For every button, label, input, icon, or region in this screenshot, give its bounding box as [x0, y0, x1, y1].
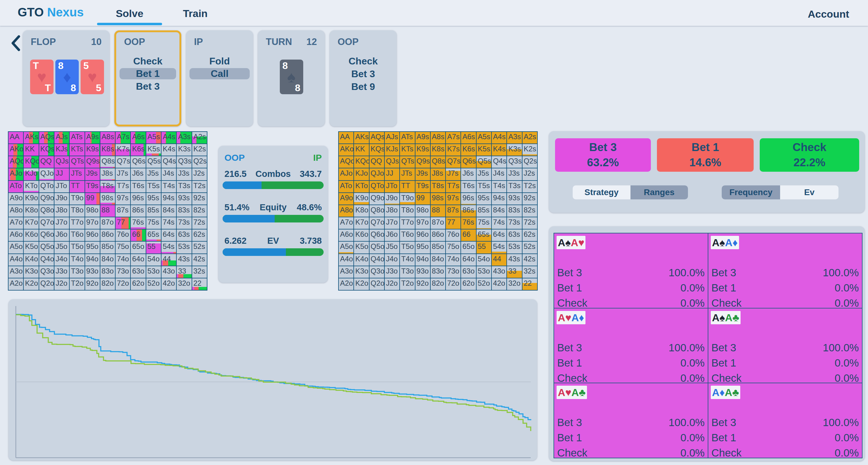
- hand-cell-A5o[interactable]: A5o: [339, 242, 353, 253]
- hand-cell-74s[interactable]: 74s: [161, 217, 176, 229]
- hand-cell-92s[interactable]: 92s: [192, 193, 207, 204]
- hand-cell-J5s[interactable]: J5s: [476, 168, 491, 180]
- tab-solve[interactable]: Solve: [96, 0, 163, 26]
- hand-cell-85s[interactable]: 85s: [476, 205, 491, 217]
- hand-cell-93o[interactable]: 93o: [415, 266, 430, 278]
- hand-cell-A6o[interactable]: A6o: [339, 229, 353, 241]
- hand-cell-52o[interactable]: 52o: [476, 278, 491, 290]
- hand-cell-A9s[interactable]: A9s: [85, 132, 100, 143]
- hand-cell-A2s[interactable]: A2s: [523, 132, 537, 143]
- hand-cell-K4s[interactable]: K4s: [161, 144, 176, 156]
- hand-cell-Q5s[interactable]: Q5s: [476, 156, 491, 168]
- hand-cell-87s[interactable]: 87s: [116, 205, 130, 217]
- hand-cell-98s[interactable]: 98s: [100, 193, 115, 204]
- history-action-bet-1[interactable]: Bet 1: [120, 68, 176, 79]
- hand-cell-A5o[interactable]: A5o: [8, 242, 23, 253]
- history-action-check[interactable]: Check: [333, 55, 393, 67]
- hand-cell-A3s[interactable]: A3s: [507, 132, 522, 143]
- hand-cell-KQo[interactable]: KQo: [354, 156, 369, 168]
- hand-cell-T9s[interactable]: T9s: [415, 181, 430, 192]
- hand-cell-A7s[interactable]: A7s: [446, 132, 461, 143]
- hand-cell-52s[interactable]: 52s: [192, 242, 207, 253]
- hand-cell-A8s[interactable]: A8s: [100, 132, 115, 143]
- hand-cell-A2o[interactable]: A2o: [339, 278, 353, 290]
- hand-cell-85o[interactable]: 85o: [431, 242, 445, 253]
- hand-cell-92o[interactable]: 92o: [85, 278, 100, 290]
- hand-cell-75s[interactable]: 75s: [146, 217, 161, 229]
- hand-cell-Q6o[interactable]: Q6o: [39, 229, 54, 241]
- hand-cell-K6o[interactable]: K6o: [354, 229, 369, 241]
- hand-cell-53o[interactable]: 53o: [146, 266, 161, 278]
- hand-cell-42o[interactable]: 42o: [161, 278, 176, 290]
- hand-cell-A7o[interactable]: A7o: [339, 217, 353, 229]
- hand-cell-62o[interactable]: 62o: [131, 278, 145, 290]
- hand-cell-Q8o[interactable]: Q8o: [39, 205, 54, 217]
- hand-cell-43o[interactable]: 43o: [161, 266, 176, 278]
- hand-cell-73o[interactable]: 73o: [446, 266, 461, 278]
- hand-cell-65s[interactable]: 65s: [476, 229, 491, 241]
- hand-cell-QTs[interactable]: QTs: [400, 156, 414, 168]
- hand-cell-A6s[interactable]: A6s: [461, 132, 476, 143]
- hand-cell-93s[interactable]: 93s: [507, 193, 522, 204]
- hand-cell-83s[interactable]: 83s: [177, 205, 191, 217]
- hand-cell-Q9s[interactable]: Q9s: [85, 156, 100, 168]
- hand-cell-A4s[interactable]: A4s: [492, 132, 506, 143]
- hand-cell-KQs[interactable]: KQs: [39, 144, 54, 156]
- hand-cell-Q2s[interactable]: Q2s: [192, 156, 207, 168]
- hand-cell-KTs[interactable]: KTs: [70, 144, 84, 156]
- hand-cell-65o[interactable]: 65o: [461, 242, 476, 253]
- hand-cell-Q3o[interactable]: Q3o: [370, 266, 384, 278]
- hand-cell-K9s[interactable]: K9s: [85, 144, 100, 156]
- hand-cell-Q6s[interactable]: Q6s: [131, 156, 145, 168]
- history-node-turn-3[interactable]: TURN128♠8: [258, 30, 325, 126]
- hand-cell-J7s[interactable]: J7s: [446, 168, 461, 180]
- hand-cell-T4o[interactable]: T4o: [70, 254, 84, 266]
- hand-cell-76o[interactable]: 76o: [116, 229, 130, 241]
- hand-cell-98o[interactable]: 98o: [415, 205, 430, 217]
- hand-cell-A6s[interactable]: A6s: [131, 132, 145, 143]
- hand-cell-QTo[interactable]: QTo: [370, 181, 384, 192]
- hand-cell-43s[interactable]: 43s: [177, 254, 191, 266]
- hand-cell-J4o[interactable]: J4o: [385, 254, 399, 266]
- hand-cell-A7o[interactable]: A7o: [8, 217, 23, 229]
- hand-cell-22[interactable]: 22: [192, 278, 207, 290]
- hand-cell-K4o[interactable]: K4o: [354, 254, 369, 266]
- hand-cell-JTo[interactable]: JTo: [55, 181, 69, 192]
- hand-cell-T5s[interactable]: T5s: [146, 181, 161, 192]
- hand-cell-T6s[interactable]: T6s: [461, 181, 476, 192]
- hand-cell-QJs[interactable]: QJs: [55, 156, 69, 168]
- hand-cell-K5s[interactable]: K5s: [146, 144, 161, 156]
- hand-cell-A3s[interactable]: A3s: [177, 132, 191, 143]
- hand-cell-54o[interactable]: 54o: [476, 254, 491, 266]
- hand-cell-32o[interactable]: 32o: [507, 278, 522, 290]
- hand-cell-86s[interactable]: 86s: [131, 205, 145, 217]
- hand-cell-J3s[interactable]: J3s: [507, 168, 522, 180]
- history-action-call[interactable]: Call: [189, 68, 250, 79]
- hand-cell-K3s[interactable]: K3s: [177, 144, 191, 156]
- hand-cell-32o[interactable]: 32o: [177, 278, 191, 290]
- hand-cell-J6o[interactable]: J6o: [55, 229, 69, 241]
- hand-cell-T8o[interactable]: T8o: [400, 205, 414, 217]
- hand-cell-T8s[interactable]: T8s: [100, 181, 115, 192]
- hand-cell-96s[interactable]: 96s: [131, 193, 145, 204]
- hand-cell-33[interactable]: 33: [177, 266, 191, 278]
- hand-cell-Q5o[interactable]: Q5o: [370, 242, 384, 253]
- hand-cell-97s[interactable]: 97s: [446, 193, 461, 204]
- history-node-flop-0[interactable]: FLOP10T♥T8♦85♥5: [23, 30, 110, 126]
- hand-cell-T2o[interactable]: T2o: [400, 278, 414, 290]
- hand-cell-Q8s[interactable]: Q8s: [100, 156, 115, 168]
- tab-train[interactable]: Train: [161, 0, 229, 26]
- hand-cell-85o[interactable]: 85o: [100, 242, 115, 253]
- hand-cell-55[interactable]: 55: [476, 242, 491, 253]
- hand-cell-AA[interactable]: AA: [339, 132, 353, 143]
- hand-cell-ATo[interactable]: ATo: [8, 181, 23, 192]
- hand-cell-52o[interactable]: 52o: [146, 278, 161, 290]
- hand-cell-A8s[interactable]: A8s: [431, 132, 445, 143]
- hand-cell-J3s[interactable]: J3s: [177, 168, 191, 180]
- hand-cell-K2s[interactable]: K2s: [523, 144, 537, 156]
- hand-cell-Q2o[interactable]: Q2o: [39, 278, 54, 290]
- hand-cell-T4o[interactable]: T4o: [400, 254, 414, 266]
- hand-cell-85s[interactable]: 85s: [146, 205, 161, 217]
- hand-cell-JJ[interactable]: JJ: [55, 168, 69, 180]
- hand-cell-Q3s[interactable]: Q3s: [507, 156, 522, 168]
